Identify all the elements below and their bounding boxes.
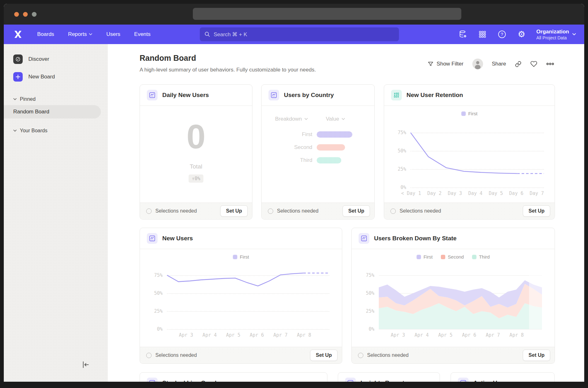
card-active-users: Active Users bbox=[451, 372, 555, 382]
chart-legend: FirstSecondThird bbox=[352, 254, 555, 260]
set-up-button[interactable]: Set Up bbox=[523, 350, 550, 361]
card-title: Daily New Users bbox=[162, 92, 209, 99]
country-row: Second bbox=[262, 144, 374, 151]
apps-grid-icon[interactable] bbox=[478, 30, 487, 39]
page-title: Random Board bbox=[140, 54, 196, 63]
y-axis-label: 75% bbox=[154, 272, 163, 278]
plus-icon bbox=[13, 72, 23, 82]
page-subtitle: A high-level summary of user behaviors. … bbox=[140, 67, 316, 73]
search-input[interactable]: Search ⌘ + K bbox=[200, 27, 399, 41]
gridline bbox=[167, 329, 329, 330]
nav-item-boards[interactable]: Boards bbox=[37, 31, 54, 37]
country-row: First bbox=[262, 131, 374, 138]
browser-window: Boards Reports Users Events Search ⌘ + K… bbox=[4, 4, 584, 382]
stacked-area-chart: 75%50%25%0%Apr 3Apr 4Apr 5Apr 6Apr 7Apr … bbox=[379, 268, 542, 329]
show-filter-button[interactable]: Show Filter bbox=[428, 61, 464, 67]
nav-item-events[interactable]: Events bbox=[134, 31, 151, 37]
copy-link-icon[interactable] bbox=[515, 61, 522, 67]
sidebar-collapse-icon[interactable] bbox=[81, 360, 89, 369]
share-button[interactable]: Share bbox=[492, 61, 506, 67]
search-placeholder: Search ⌘ + K bbox=[214, 31, 247, 38]
sidebar-item-random-board[interactable]: Random Board bbox=[4, 105, 101, 118]
more-options-icon[interactable] bbox=[546, 62, 554, 66]
set-up-button[interactable]: Set Up bbox=[343, 205, 370, 217]
search-icon bbox=[204, 31, 210, 37]
metric-label: Total bbox=[140, 163, 252, 170]
breakdown-dropdown[interactable]: Breakdown bbox=[275, 116, 308, 122]
nav-right-icons: ? ⚙ Organization All Project Data bbox=[458, 25, 576, 44]
y-axis-label: 25% bbox=[366, 308, 374, 314]
status-text: Selections needed bbox=[400, 208, 441, 214]
y-axis-label: 50% bbox=[398, 148, 406, 154]
sidebar-item-new-board[interactable]: New Board bbox=[13, 68, 108, 86]
traffic-lights bbox=[14, 12, 37, 17]
nav-item-users[interactable]: Users bbox=[106, 31, 120, 37]
sidebar-item-label: New Board bbox=[28, 74, 55, 80]
value-dropdown[interactable]: Value bbox=[326, 116, 345, 122]
status-circle-icon bbox=[268, 208, 273, 214]
legend-item: Third bbox=[472, 254, 490, 260]
retention-line-chart: 75%50%25%0%< Day 1Day 2Day 3Day 4Day 5Da… bbox=[411, 125, 544, 187]
board-content: Random Board A high-level summary of use… bbox=[108, 44, 584, 382]
chevron-down-icon bbox=[13, 98, 17, 100]
card-title: Users Broken Down By State bbox=[374, 235, 457, 242]
gridline bbox=[379, 329, 542, 329]
favorite-heart-icon[interactable] bbox=[530, 60, 537, 67]
y-axis-label: 25% bbox=[154, 308, 163, 314]
org-switcher[interactable]: Organization All Project Data bbox=[536, 28, 576, 40]
insights-chart-icon bbox=[147, 378, 158, 382]
status-text: Selections needed bbox=[155, 208, 197, 214]
card-title: Stacked Line Graph bbox=[162, 379, 218, 382]
titlebar bbox=[4, 4, 584, 25]
insights-chart-icon bbox=[458, 378, 469, 382]
sidebar: Discover New Board Pinned Random Board Y… bbox=[4, 44, 108, 382]
forecast-overlay bbox=[529, 268, 542, 329]
bar-second bbox=[317, 144, 345, 151]
funnel-icon bbox=[428, 61, 434, 67]
y-axis-label: 50% bbox=[366, 290, 374, 296]
y-axis-label: 25% bbox=[398, 166, 406, 172]
chevron-down-icon bbox=[572, 33, 576, 36]
x-axis-labels: Apr 3Apr 4Apr 5Apr 6Apr 7Apr 8 bbox=[379, 332, 542, 339]
sidebar-section-pinned[interactable]: Pinned bbox=[13, 96, 108, 102]
minimize-window-icon[interactable] bbox=[23, 12, 28, 17]
org-subtitle: All Project Data bbox=[536, 35, 569, 40]
chevron-down-icon bbox=[89, 33, 92, 36]
chart-legend: First bbox=[140, 254, 342, 260]
set-up-button[interactable]: Set Up bbox=[220, 205, 248, 217]
card-title: New Users bbox=[162, 235, 193, 242]
status-circle-icon bbox=[146, 208, 152, 214]
card-daily-new-users: Daily New Users 0 Total ↑0% Selections n… bbox=[140, 84, 252, 220]
board-actions: Show Filter Share bbox=[428, 59, 554, 69]
set-up-button[interactable]: Set Up bbox=[310, 350, 337, 361]
insights-chart-icon bbox=[147, 233, 158, 244]
x-axis-labels: < Day 1Day 2Day 3Day 4Day 5Day 6Day 7 bbox=[401, 191, 544, 197]
help-icon[interactable]: ? bbox=[497, 30, 507, 39]
address-bar[interactable] bbox=[193, 8, 461, 20]
card-title: Insights Report bbox=[360, 379, 404, 382]
card-new-users: New Users First 75%50%25%0%Apr 3Apr 4Apr… bbox=[140, 228, 342, 364]
sidebar-section-your-boards[interactable]: Your Boards bbox=[13, 128, 108, 134]
zoom-window-icon[interactable] bbox=[32, 12, 37, 17]
card-users-by-country: Users by Country Breakdown Value First bbox=[261, 84, 375, 220]
set-up-button[interactable]: Set Up bbox=[523, 205, 550, 217]
y-axis-label: 0% bbox=[157, 326, 163, 332]
data-management-icon[interactable] bbox=[458, 30, 468, 39]
avatar[interactable] bbox=[472, 59, 483, 69]
chevron-down-icon bbox=[13, 129, 17, 132]
mixpanel-logo-icon[interactable] bbox=[13, 30, 23, 39]
nav-menu: Boards Reports Users Events bbox=[37, 31, 151, 37]
settings-gear-icon[interactable]: ⚙ bbox=[517, 30, 526, 39]
sidebar-item-discover[interactable]: Discover bbox=[13, 50, 108, 68]
country-row: Third bbox=[262, 157, 374, 164]
card-title: Users by Country bbox=[284, 92, 334, 99]
nav-item-reports[interactable]: Reports bbox=[68, 31, 93, 37]
legend-item: First bbox=[461, 111, 477, 116]
close-window-icon[interactable] bbox=[14, 12, 19, 17]
chevron-down-icon bbox=[304, 118, 308, 120]
legend-item: Second bbox=[441, 254, 464, 260]
insights-chart-icon bbox=[268, 90, 279, 100]
y-axis-label: 75% bbox=[398, 130, 406, 135]
card-title: Active Users bbox=[473, 379, 510, 382]
y-axis-label: 75% bbox=[366, 272, 374, 278]
